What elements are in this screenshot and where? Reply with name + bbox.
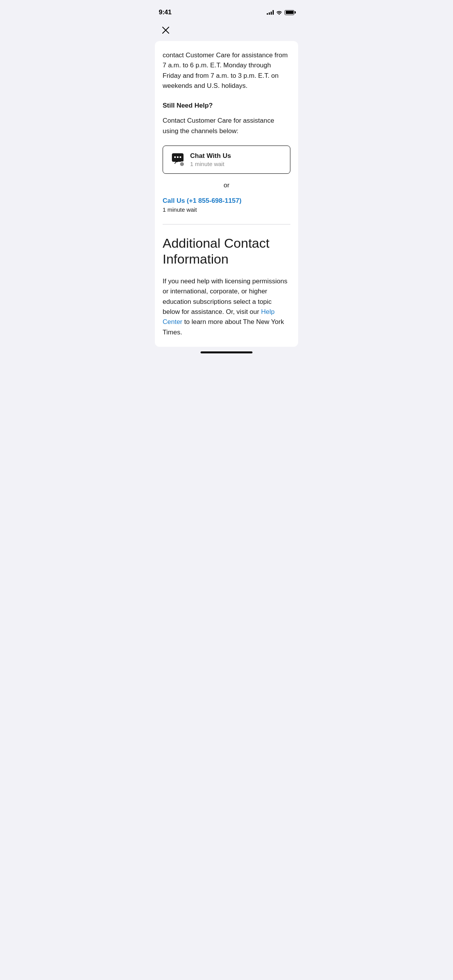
nav-bar [151,19,302,41]
chat-text-group: Chat With Us 1 minute wait [190,152,231,167]
signal-icon [267,10,274,15]
call-us-link[interactable]: Call Us (+1 855-698-1157) [163,197,290,205]
home-bar [201,351,252,353]
still-need-help-heading: Still Need Help? [163,102,290,110]
wifi-icon [276,10,282,15]
close-button[interactable] [159,23,173,37]
chat-status-dot [179,161,185,167]
svg-rect-3 [180,156,181,158]
svg-rect-1 [174,156,176,158]
content-card: contact Customer Care for assistance fro… [155,41,298,347]
svg-rect-2 [177,156,178,158]
status-bar: 9:41 [151,0,302,19]
additional-contact-section: Additional Contact Information If you ne… [163,235,290,338]
home-indicator [151,347,302,356]
chat-title: Chat With Us [190,152,231,160]
battery-icon [285,10,294,15]
chat-wait: 1 minute wait [190,161,224,167]
additional-contact-text: If you need help with licensing permissi… [163,276,290,338]
contact-intro-text: Contact Customer Care for assistance usi… [163,116,290,136]
section-divider [163,224,290,224]
status-time: 9:41 [159,9,172,16]
call-us-section: Call Us (+1 855-698-1157) 1 minute wait [163,197,290,213]
close-icon [162,26,170,34]
additional-contact-heading: Additional Contact Information [163,235,290,267]
chat-with-us-button[interactable]: Chat With Us 1 minute wait [163,146,290,174]
intro-text: contact Customer Care for assistance fro… [163,50,290,91]
or-divider-text: or [163,182,290,189]
status-icons [267,10,294,15]
chat-icon-wrapper [171,153,185,167]
call-wait-text: 1 minute wait [163,206,197,213]
